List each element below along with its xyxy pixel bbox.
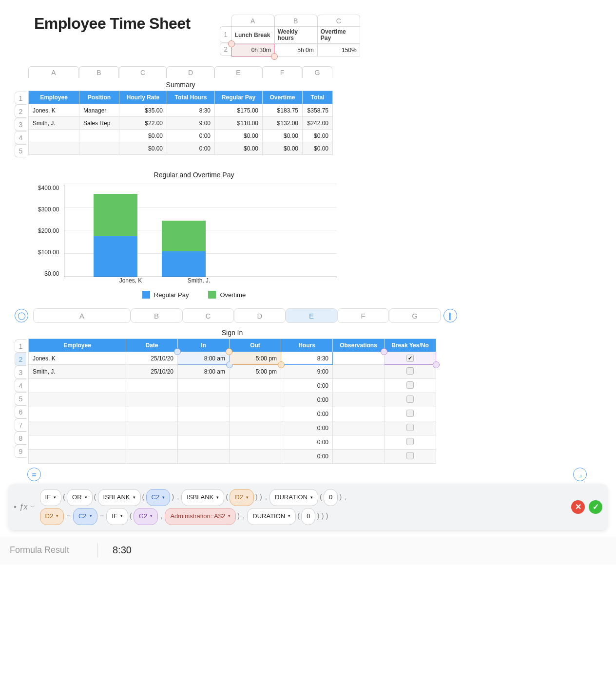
row-corner-icon[interactable]: ⌟ — [573, 468, 587, 481]
summary-cell[interactable]: $0.00 — [263, 130, 303, 142]
admin-hdr-ot[interactable]: Overtime Pay — [317, 26, 360, 44]
admin-hdr-lunch[interactable]: Lunch Break — [231, 26, 274, 44]
formula-accept-button[interactable]: ✓ — [589, 500, 602, 514]
break-checkbox[interactable] — [406, 452, 414, 459]
signin-cell[interactable]: 8:00 am — [178, 352, 230, 365]
admin-col-b[interactable]: B — [274, 15, 317, 26]
summary-cell[interactable]: $132.00 — [263, 117, 303, 130]
summary-cell[interactable]: $0.00 — [303, 130, 333, 142]
formula-ref-token[interactable]: G2▾ — [134, 508, 158, 525]
signin-cell[interactable] — [178, 379, 230, 393]
signin-cell[interactable] — [385, 393, 436, 407]
signin-col-e[interactable]: E — [286, 308, 337, 323]
signin-cell[interactable] — [178, 393, 230, 407]
signin-cell[interactable] — [178, 435, 230, 450]
signin-cell[interactable]: 0:00 — [281, 421, 333, 435]
signin-cell[interactable] — [178, 421, 230, 435]
signin-cell[interactable]: 8:30 — [281, 352, 333, 365]
summary-hdr-3[interactable]: Total Hours — [167, 91, 215, 104]
signin-hdr-3[interactable]: Out — [230, 339, 281, 352]
signin-cell[interactable]: Smith, J. — [29, 365, 126, 379]
signin-cell[interactable] — [333, 393, 385, 407]
signin-cell[interactable]: 8:00 am — [178, 365, 230, 379]
summary-row-1[interactable]: 1 — [15, 92, 26, 105]
formula-func-token[interactable]: ISBLANK▾ — [98, 489, 141, 506]
summary-cell[interactable]: $242.00 — [303, 117, 333, 130]
formula-ref-token[interactable]: Administration::A$2▾ — [165, 508, 236, 525]
summary-cell[interactable]: $22.00 — [119, 117, 167, 130]
signin-cell[interactable] — [385, 421, 436, 435]
signin-cell[interactable] — [29, 421, 126, 435]
signin-cell[interactable] — [178, 407, 230, 421]
formula-func-token[interactable]: DURATION▾ — [247, 508, 296, 525]
signin-cell[interactable] — [230, 435, 281, 450]
formula-func-token[interactable]: DURATION▾ — [270, 489, 318, 506]
summary-cell[interactable]: $35.00 — [119, 104, 167, 117]
signin-cell[interactable] — [333, 450, 385, 464]
formula-func-token[interactable]: OR▾ — [67, 489, 93, 506]
signin-hdr-1[interactable]: Date — [126, 339, 178, 352]
signin-cell[interactable]: 5:00 pm — [230, 352, 281, 365]
summary-cell[interactable]: 0:00 — [167, 130, 215, 142]
signin-cell[interactable]: 0:00 — [281, 450, 333, 464]
signin-cell[interactable] — [126, 379, 178, 393]
break-checkbox[interactable] — [406, 438, 414, 445]
signin-cell[interactable] — [126, 421, 178, 435]
signin-cell[interactable] — [29, 450, 126, 464]
signin-cell[interactable] — [29, 379, 126, 393]
break-checkbox[interactable]: ✔ — [406, 355, 414, 362]
signin-row-8[interactable]: 8 — [15, 432, 26, 445]
summary-cell[interactable]: $0.00 — [263, 142, 303, 155]
summary-cell[interactable] — [79, 130, 119, 142]
signin-cell[interactable] — [385, 379, 436, 393]
break-checkbox[interactable] — [406, 396, 414, 403]
signin-cell[interactable]: Jones, K — [29, 352, 126, 365]
signin-hdr-6[interactable]: Break Yes/No — [385, 339, 436, 352]
summary-cell[interactable]: 8:30 — [167, 104, 215, 117]
summary-col-a[interactable]: A — [28, 66, 79, 78]
signin-hdr-0[interactable]: Employee — [29, 339, 126, 352]
summary-cell[interactable]: $175.00 — [215, 104, 263, 117]
signin-table[interactable]: EmployeeDateInOutHoursObservationsBreak … — [28, 339, 436, 464]
summary-col-b[interactable]: B — [79, 66, 119, 78]
summary-col-d[interactable]: D — [167, 66, 214, 78]
row-add-icon[interactable]: ◯ — [15, 309, 28, 322]
signin-cell[interactable] — [126, 450, 178, 464]
signin-cell[interactable]: 25/10/20 — [126, 365, 178, 379]
summary-cell[interactable]: Sales Rep — [79, 117, 119, 130]
signin-row-2[interactable]: 2 — [15, 353, 26, 366]
signin-row-3[interactable]: 3 — [15, 366, 26, 379]
row-equals-icon[interactable]: = — [27, 468, 41, 481]
summary-col-g[interactable]: G — [302, 66, 332, 78]
break-checkbox[interactable] — [406, 367, 414, 375]
formula-func-token[interactable]: IF▾ — [40, 489, 62, 506]
signin-cell[interactable] — [126, 435, 178, 450]
signin-row-5[interactable]: 5 — [15, 392, 26, 405]
admin-col-a[interactable]: A — [231, 15, 274, 26]
signin-cell[interactable] — [230, 450, 281, 464]
signin-cell[interactable] — [29, 393, 126, 407]
signin-cell[interactable] — [230, 407, 281, 421]
summary-col-c[interactable]: C — [119, 66, 167, 78]
signin-cell[interactable]: 0:00 — [281, 407, 333, 421]
signin-row-4[interactable]: 4 — [15, 379, 26, 392]
signin-col-d[interactable]: D — [234, 308, 286, 323]
summary-cell[interactable]: $0.00 — [303, 142, 333, 155]
signin-cell[interactable] — [178, 450, 230, 464]
summary-hdr-1[interactable]: Position — [79, 91, 119, 104]
signin-cell[interactable]: 5:00 pm — [230, 365, 281, 379]
signin-cell[interactable] — [29, 407, 126, 421]
signin-hdr-2[interactable]: In — [178, 339, 230, 352]
signin-cell[interactable] — [333, 435, 385, 450]
signin-col-b[interactable]: B — [131, 308, 182, 323]
signin-cell[interactable] — [230, 421, 281, 435]
signin-cell[interactable]: 0:00 — [281, 393, 333, 407]
summary-cell[interactable]: Manager — [79, 104, 119, 117]
summary-col-e[interactable]: E — [214, 66, 262, 78]
fx-label[interactable]: •ƒx﹀ — [14, 503, 35, 511]
signin-cell[interactable] — [230, 379, 281, 393]
formula-ref-token[interactable]: C2▾ — [146, 489, 171, 506]
summary-cell[interactable]: Jones, K — [29, 104, 79, 117]
signin-cell[interactable]: 0:00 — [281, 435, 333, 450]
signin-cell[interactable] — [333, 365, 385, 379]
